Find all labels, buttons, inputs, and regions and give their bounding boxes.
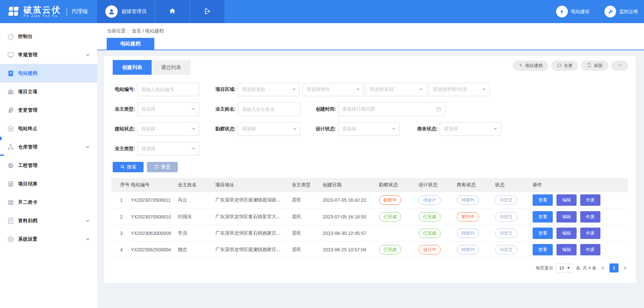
wrench-icon [604,6,616,17]
view-button[interactable]: 查看 [533,211,553,223]
search-button[interactable]: 搜索 [113,162,144,172]
sidebar-item-3[interactable]: 电站建档 [0,64,97,82]
monitor-icon [7,51,15,59]
nav-station-build[interactable]: 电站建设 [556,0,590,23]
col-header-actions: 操作 [528,178,628,192]
void-button[interactable]: 作废 [580,211,600,223]
fullscreen-button[interactable]: 全屏 [551,61,578,71]
collapse-toolbar-button[interactable] [611,61,628,71]
nav-monitor-ops-label: 监控运维 [619,9,638,15]
app-root: 破茧云伏 Po Jian Yun Fu 代理端 超级管理员 [0,0,644,308]
user-menu[interactable]: 超级管理员 [97,0,155,23]
pagination: 每页显示 10 条, 共 4 条 1 [111,263,628,283]
cell-business-status: 签约中 [452,208,490,225]
view-button[interactable]: 查看 [533,228,553,239]
owner_type2-select[interactable]: 请选择 [137,142,199,156]
sidebar-item-6[interactable]: 电站终止 [0,119,97,138]
cell-design-status: 已完成 [414,225,452,241]
user-avatar [105,5,118,18]
next-page-button[interactable] [622,266,628,270]
card-icon [7,198,15,206]
copy-icon [7,106,15,114]
design_status-select[interactable]: 请选择 [338,122,399,136]
void-button[interactable]: 作废 [580,228,600,239]
chevron-down-icon [192,108,195,110]
cell-index: 3 [111,225,126,241]
tab-create-list[interactable]: 创建列表 [113,60,152,75]
chevron-down-icon [86,237,90,241]
region_province-select[interactable]: 请选择省份 [238,83,300,96]
sidebar-item-2[interactable]: 常规管理 [0,46,97,64]
cell-actions: 查看编辑作废 [528,208,628,225]
void-button[interactable]: 作废 [580,194,600,206]
void-button[interactable]: 作废 [580,244,600,255]
region_town-select[interactable]: 请选择村镇/街道 [429,83,490,96]
create_time-date-picker[interactable]: 请选择日期范围 [338,103,445,116]
view-button[interactable]: 查看 [533,244,553,255]
sidebar-item-1[interactable]: 控制台 [0,27,97,46]
status-badge: 待设计 [419,195,441,205]
filter-label: 商务状态: [416,126,440,132]
cell-address: 广东深圳龙华区观澜镇观湖路... [211,192,287,208]
filter-label: 项目区域: [213,86,238,93]
col-header-owner: 业主姓名 [173,178,211,192]
nav-monitor-ops[interactable]: 监控运维 [604,0,638,23]
add-station-button[interactable]: 电站建档 [513,61,548,71]
edit-button[interactable]: 编辑 [556,228,577,239]
edit-button[interactable]: 编辑 [556,244,577,255]
prev-page-button[interactable] [600,266,606,270]
per-page-select[interactable]: 10 [556,263,573,273]
table-row: 4 YX2023062500004 姚忠 广东深圳龙华区观澜镇姚家庄... 居民… [111,241,628,258]
col-header-address: 项目地址 [211,178,287,192]
brand-logo-icon [7,6,20,18]
sidebar-item-10[interactable]: 开二类卡 [0,193,97,211]
logout-button[interactable] [190,0,224,23]
cell-index: 1 [111,192,126,208]
edit-button[interactable]: 编辑 [556,194,577,206]
refresh-icon [587,63,592,69]
sidebar-item-4[interactable]: 项目立项 [0,82,97,101]
region_county-select[interactable]: 请选择县/区 [366,83,427,96]
col-header-business: 商务状态 [452,178,490,192]
status-badge: 签约中 [457,212,479,222]
region_city-select[interactable]: 请选择城市 [303,83,364,96]
home-icon [169,7,176,16]
breadcrumb-path[interactable]: 首页 / 电站建档 [132,28,164,34]
chevron-down-icon [494,128,497,130]
status-badge: 已完成 [419,212,441,222]
chevron-down-icon [567,267,570,269]
page-number-button[interactable]: 1 [609,263,619,272]
filter-row: 业主类型:请选择 [113,142,628,156]
sidebar-item-12[interactable]: 系统设置 [0,230,97,248]
survey_status-select[interactable]: 请选择 [238,122,301,136]
reset-button[interactable]: 重置 [147,162,178,172]
sidebar-item-9[interactable]: 项目结算 [0,175,97,193]
app-header: 破茧云伏 Po Jian Yun Fu 代理端 超级管理员 [0,0,644,23]
sidebar-item-11[interactable]: 资料归档 [0,211,97,230]
cell-station-no: YX2023062500004 [126,241,173,258]
page-tab-station-archive[interactable]: 电站建档 [107,38,154,50]
scrollbar-tick [0,155,4,156]
owner_type-select[interactable]: 请选择 [137,103,199,116]
build_status-select[interactable]: 请选择 [137,122,199,136]
refresh-label: 刷新 [594,63,603,69]
panel-card: 创建列表 通过列表 电站建档 [104,56,636,283]
tab-passed-list[interactable]: 通过列表 [152,60,191,75]
home-button[interactable] [155,0,190,23]
business_status-select[interactable]: 请选择 [440,122,501,136]
cell-owner-type: 居民 [287,192,318,208]
sidebar-item-label: 系统设置 [18,236,38,242]
owner_name-input[interactable] [238,103,301,116]
sidebar-menu: 控制台 常规管理 电站建档 项目立项 变更管理 电站终止 仓库管理 工程管理 [0,27,97,248]
sidebar-item-label: 项目结算 [18,181,38,187]
sidebar-item-8[interactable]: 工程管理 [0,156,97,175]
dashboard-icon [7,33,15,41]
sidebar-item-7[interactable]: 仓库管理 [0,138,97,156]
refresh-button[interactable]: 刷新 [581,61,608,71]
edit-button[interactable]: 编辑 [556,211,577,223]
sidebar-item-5[interactable]: 变更管理 [0,101,97,119]
status-badge: 待提交 [495,229,517,238]
view-button[interactable]: 查看 [533,194,553,206]
col-header-design: 设计状态 [414,178,452,192]
station_no-input[interactable] [137,83,199,96]
